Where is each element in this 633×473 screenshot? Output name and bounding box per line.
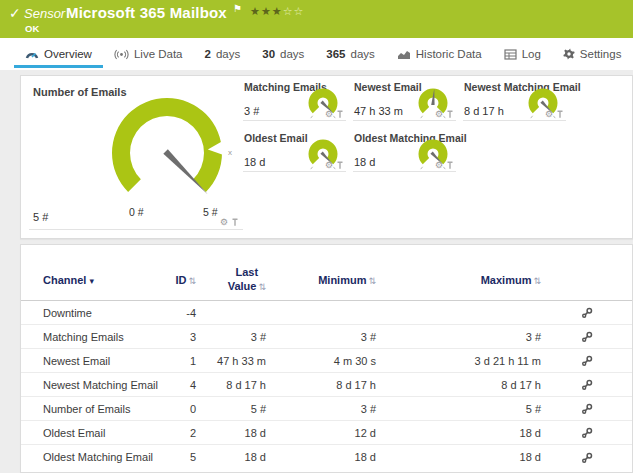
cell-minimum: 4 m 30 s — [266, 355, 376, 367]
column-header-last-value[interactable]: LastValue⇅ — [196, 252, 266, 294]
channel-row-number-of-emails[interactable]: Number of Emails05 #3 #5 # — [21, 397, 632, 421]
star-filled-icon[interactable]: ★ — [250, 5, 261, 17]
gauge-title: Oldest Email — [244, 132, 308, 144]
main-gauge-panel[interactable]: Number of Emails x 0 # 5 # 5 # ⚙ — [29, 80, 243, 230]
gauge-settings-gear-icon[interactable]: ⚙ — [435, 161, 443, 170]
channel-settings-wrench-icon[interactable] — [581, 355, 593, 367]
column-header-channel[interactable]: Channel▾ — [43, 260, 158, 286]
column-header-id[interactable]: ID⇅ — [158, 260, 196, 286]
chart-icon — [397, 49, 411, 60]
tab-live-data[interactable]: Live Data — [103, 38, 194, 70]
channel-settings-wrench-icon[interactable] — [581, 331, 593, 343]
channel-table-panel: Channel▾ ID⇅ LastValue⇅ Minimum⇅ Maximum… — [20, 244, 633, 473]
cell-minimum: 3 # — [266, 331, 376, 343]
gauge-panel-newest-matching-email[interactable]: Newest Matching Email8 d 17 h⚙ — [463, 79, 566, 121]
priority-flag-icon[interactable]: ⚑ — [233, 3, 242, 14]
gauge-value: 3 # — [244, 105, 259, 117]
tab-365-days[interactable]: 365 days — [315, 38, 385, 70]
cell-last-value: 47 h 33 m — [196, 355, 266, 367]
channel-settings-wrench-icon[interactable] — [581, 403, 593, 415]
cell-id: 5 — [158, 451, 196, 463]
cell-channel: Oldest Matching Email — [43, 451, 158, 463]
gauge-settings-gear-icon[interactable]: ⚙ — [545, 110, 553, 119]
gauge-value: 8 d 17 h — [464, 105, 504, 117]
tab-historic-data[interactable]: Historic Data — [386, 38, 493, 70]
cell-maximum: 18 d — [376, 451, 541, 463]
sort-caret-icon: ▾ — [89, 276, 94, 286]
channel-row-oldest-matching-email[interactable]: Oldest Matching Email518 d18 d18 d — [21, 445, 632, 469]
gauge-title: Newest Email — [354, 81, 422, 93]
cell-channel: Matching Emails — [43, 331, 158, 343]
channel-row-newest-matching-email[interactable]: Newest Matching Email48 d 17 h8 d 17 h8 … — [21, 373, 632, 397]
gauge-pin-icon[interactable] — [446, 161, 454, 170]
cell-maximum: 3 # — [376, 331, 541, 343]
column-header-minimum[interactable]: Minimum⇅ — [266, 260, 376, 286]
gauge-settings-gear-icon[interactable]: ⚙ — [325, 161, 333, 170]
channel-row-oldest-email[interactable]: Oldest Email218 d12 d18 d — [21, 421, 632, 445]
cell-id: 0 — [158, 403, 196, 415]
tab-settings[interactable]: Settings — [552, 38, 633, 70]
channel-settings-wrench-icon[interactable] — [581, 379, 593, 391]
gauge-panel-oldest-email[interactable]: Oldest Email18 d⚙ — [243, 130, 346, 172]
svg-text:x: x — [228, 148, 232, 157]
gauge-pin-icon[interactable] — [336, 161, 344, 170]
sensor-kind-label: Sensor — [24, 6, 65, 21]
cell-maximum: 3 d 21 h 11 m — [376, 355, 541, 367]
tab-overview[interactable]: Overview — [14, 38, 103, 70]
sort-icon: ⇅ — [258, 282, 266, 292]
channel-settings-wrench-icon[interactable] — [581, 452, 593, 464]
main-gauge-value: 5 # — [33, 211, 48, 223]
gauge-settings-gear-icon[interactable]: ⚙ — [220, 218, 228, 227]
cell-last-value: 18 d — [196, 451, 266, 463]
star-empty-icon[interactable]: ☆ — [294, 5, 305, 17]
channel-settings-wrench-icon[interactable] — [581, 307, 593, 319]
gear-icon — [563, 48, 575, 60]
sort-icon: ⇅ — [188, 276, 196, 286]
sensor-status-text: OK — [25, 23, 39, 34]
gauge-pin-icon[interactable] — [231, 218, 239, 227]
gauge-pin-icon[interactable] — [446, 110, 454, 119]
channel-table-header: Channel▾ ID⇅ LastValue⇅ Minimum⇅ Maximum… — [21, 245, 632, 301]
gauge-dial — [304, 136, 342, 176]
tab-log[interactable]: Log — [493, 38, 552, 70]
cell-maximum: 18 d — [376, 427, 541, 439]
gauge-scale-max: 5 # — [203, 206, 218, 218]
cell-channel: Newest Matching Email — [43, 379, 158, 391]
gauge-dial — [524, 85, 562, 125]
cell-channel: Oldest Email — [43, 427, 158, 439]
cell-maximum: 8 d 17 h — [376, 379, 541, 391]
cell-last-value: 5 # — [196, 403, 266, 415]
gauge-settings-gear-icon[interactable]: ⚙ — [435, 110, 443, 119]
gauge-panel-matching-emails[interactable]: Matching Emails3 #⚙ — [243, 79, 346, 121]
tab-bar: OverviewLive Data2 days30 days365 daysHi… — [0, 38, 633, 70]
status-check-icon: ✓ — [9, 5, 21, 21]
cell-id: 2 — [158, 427, 196, 439]
gauge-value: 18 d — [244, 156, 265, 168]
tab-2-days[interactable]: 2 days — [194, 38, 252, 70]
gauge-panel-newest-email[interactable]: Newest Email47 h 33 m⚙ — [353, 79, 456, 121]
priority-stars[interactable]: ★★★☆☆ — [250, 5, 304, 18]
channel-row-downtime[interactable]: Downtime-4 — [21, 301, 632, 325]
cell-id: -4 — [158, 307, 196, 319]
cell-last-value: 18 d — [196, 427, 266, 439]
gauge-settings-gear-icon[interactable]: ⚙ — [325, 110, 333, 119]
gauge-dial — [414, 136, 452, 176]
star-empty-icon[interactable]: ☆ — [283, 5, 294, 17]
channel-row-newest-email[interactable]: Newest Email147 h 33 m4 m 30 s3 d 21 h 1… — [21, 349, 632, 373]
log-icon — [504, 49, 517, 60]
star-filled-icon[interactable]: ★ — [272, 5, 283, 17]
gauge-pin-icon[interactable] — [556, 110, 564, 119]
channel-table: Channel▾ ID⇅ LastValue⇅ Minimum⇅ Maximum… — [21, 245, 632, 469]
cell-last-value: 3 # — [196, 331, 266, 343]
sensor-title: Microsoft 365 Mailbox — [66, 4, 227, 21]
star-filled-icon[interactable]: ★ — [261, 5, 272, 17]
channel-row-matching-emails[interactable]: Matching Emails33 #3 #3 # — [21, 325, 632, 349]
tab-30-days[interactable]: 30 days — [251, 38, 315, 70]
column-header-maximum[interactable]: Maximum⇅ — [376, 260, 541, 286]
gauge-dial — [414, 85, 452, 125]
channel-settings-wrench-icon[interactable] — [581, 427, 593, 439]
gauge-pin-icon[interactable] — [336, 110, 344, 119]
gauge-panel-oldest-matching-email[interactable]: Oldest Matching Email18 d⚙ — [353, 130, 456, 172]
cell-channel: Number of Emails — [43, 403, 158, 415]
cell-maximum: 5 # — [376, 403, 541, 415]
